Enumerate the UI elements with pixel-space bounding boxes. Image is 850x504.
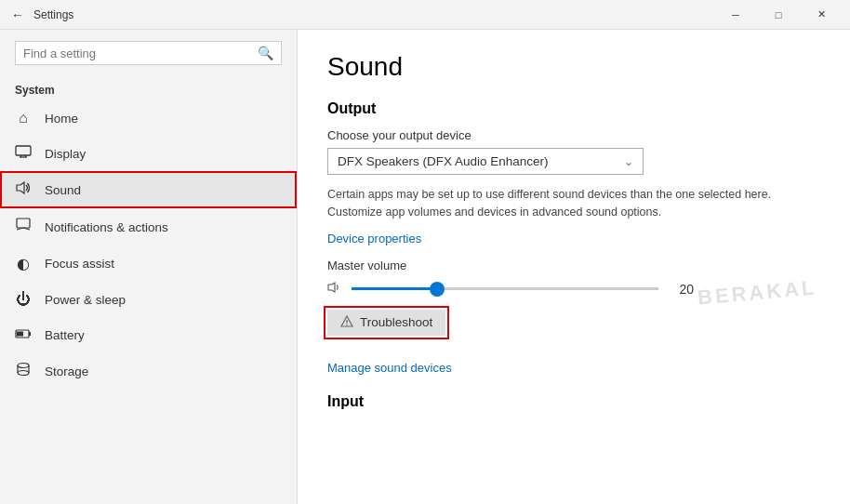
search-input[interactable] — [23, 46, 252, 60]
svg-rect-9 — [17, 332, 23, 337]
volume-icon — [327, 281, 342, 297]
slider-fill — [352, 287, 437, 290]
sidebar-item-label: Sound — [45, 183, 81, 197]
sidebar-item-storage[interactable]: Storage — [0, 352, 297, 390]
sidebar-item-display[interactable]: Display — [0, 136, 297, 171]
svg-rect-0 — [16, 146, 31, 155]
main-layout: 🔍 System ⌂ Home Display — [0, 30, 850, 504]
output-device-dropdown[interactable]: DFX Speakers (DFX Audio Enhancer) ⌄ — [327, 148, 644, 175]
display-icon — [15, 145, 32, 162]
sidebar-item-home[interactable]: ⌂ Home — [0, 100, 297, 136]
sidebar-item-notifications[interactable]: Notifications & actions — [0, 208, 297, 245]
sound-icon — [15, 180, 32, 199]
svg-marker-4 — [17, 182, 24, 193]
minimize-button[interactable]: ─ — [714, 0, 757, 30]
sidebar-item-label: Battery — [45, 328, 85, 342]
sidebar-item-label: Power & sleep — [45, 293, 126, 307]
dropdown-value: DFX Speakers (DFX Audio Enhancer) — [338, 154, 549, 168]
manage-sound-devices-link[interactable]: Manage sound devices — [327, 361, 452, 375]
svg-point-11 — [18, 364, 29, 368]
title-bar: ← Settings ─ □ ✕ — [0, 0, 850, 30]
page-title: Sound — [327, 52, 820, 82]
search-box[interactable]: 🔍 — [15, 41, 282, 65]
sidebar: 🔍 System ⌂ Home Display — [0, 30, 298, 504]
sidebar-item-label: Storage — [45, 365, 88, 378]
title-bar-left: ← Settings — [11, 7, 73, 22]
volume-row: 20 — [327, 280, 820, 298]
content-area: BERAKAL Sound Output Choose your output … — [298, 30, 850, 504]
slider-thumb[interactable] — [430, 282, 445, 297]
input-section-title: Input — [327, 393, 820, 410]
maximize-button[interactable]: □ — [757, 0, 800, 30]
search-icon: 🔍 — [258, 46, 273, 60]
sidebar-item-power[interactable]: ⏻ Power & sleep — [0, 282, 297, 317]
sidebar-item-label: Focus assist — [45, 257, 114, 271]
sidebar-item-label: Notifications & actions — [45, 220, 168, 234]
troubleshoot-button[interactable]: Troubleshoot — [327, 310, 445, 336]
volume-section: Master volume 20 — [327, 259, 820, 298]
home-icon: ⌂ — [15, 110, 32, 126]
close-button[interactable]: ✕ — [800, 0, 843, 30]
volume-label: Master volume — [327, 259, 820, 272]
svg-point-14 — [18, 371, 29, 376]
svg-marker-15 — [328, 283, 335, 292]
window-controls: ─ □ ✕ — [714, 0, 843, 30]
sidebar-item-label: Display — [45, 147, 86, 161]
sidebar-item-battery[interactable]: Battery — [0, 317, 297, 352]
window-title: Settings — [33, 8, 73, 21]
svg-rect-5 — [17, 219, 30, 228]
troubleshoot-label: Troubleshoot — [360, 315, 432, 329]
power-icon: ⏻ — [15, 291, 32, 308]
svg-point-18 — [346, 324, 347, 325]
sidebar-item-sound[interactable]: Sound — [0, 171, 297, 208]
sidebar-item-focus[interactable]: ◐ Focus assist — [0, 245, 297, 282]
chevron-down-icon: ⌄ — [624, 155, 633, 168]
sidebar-category: System — [0, 76, 297, 100]
svg-rect-10 — [29, 332, 31, 336]
battery-icon — [15, 326, 32, 343]
output-section-title: Output — [327, 100, 820, 117]
info-text: Certain apps may be set up to use differ… — [327, 186, 820, 221]
storage-icon — [15, 362, 32, 380]
focus-icon: ◐ — [15, 255, 32, 272]
choose-device-label: Choose your output device — [327, 128, 820, 142]
volume-value: 20 — [668, 282, 694, 297]
slider-track — [352, 287, 658, 290]
volume-slider[interactable] — [352, 280, 658, 298]
sidebar-item-label: Home — [45, 112, 78, 126]
back-arrow[interactable]: ← — [11, 7, 24, 22]
device-properties-link[interactable]: Device properties — [327, 232, 421, 245]
warning-icon — [340, 315, 353, 330]
notifications-icon — [15, 218, 32, 236]
